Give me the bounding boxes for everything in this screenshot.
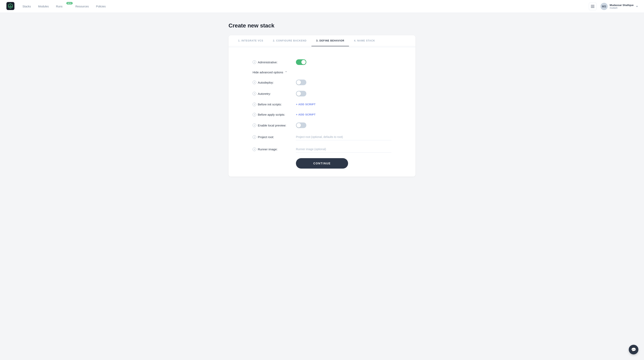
before-apply-info-icon[interactable]: i [252, 113, 256, 116]
user-menu-chevron: ▾ [636, 5, 638, 8]
hide-advanced-text: Hide advanced options [252, 70, 283, 74]
project-root-input[interactable] [296, 134, 392, 140]
before-apply-add-script-button[interactable]: + ADD SCRIPT [296, 112, 316, 117]
administrative-info-icon[interactable]: i [252, 60, 256, 64]
autoretry-toggle-thumb [296, 91, 301, 96]
nav-modules[interactable]: Modules [38, 4, 49, 9]
project-root-label-group: i Project root: [252, 135, 293, 139]
enable-local-preview-label: Enable local preview: [258, 124, 286, 127]
nav-resources[interactable]: Resources [76, 4, 89, 9]
administrative-label-group: i Administrative: [252, 60, 293, 64]
administrative-toggle-track [296, 59, 306, 65]
hide-advanced-chevron: ⌃ [285, 71, 287, 74]
runner-image-label: Runner image: [258, 148, 278, 151]
user-handle: mudash [610, 6, 634, 9]
project-root-input-wrapper [296, 134, 392, 140]
before-init-scripts-row: i Before init scripts: + ADD SCRIPT [252, 102, 392, 107]
runner-image-input-wrapper [296, 146, 392, 153]
before-init-label-group: i Before init scripts: [252, 103, 293, 106]
continue-button[interactable]: CONTINUE [296, 158, 348, 169]
autodeploy-label-group: i Autodeploy: [252, 81, 293, 84]
page-title: Create new stack [228, 22, 416, 29]
before-apply-label: Before apply scripts: [258, 113, 285, 116]
autoretry-label: Autoretry: [258, 92, 271, 95]
navbar: Stacks Modules Runs New Resources Polici… [0, 0, 644, 13]
runner-image-info-icon[interactable]: i [252, 148, 256, 151]
autoretry-toggle[interactable] [296, 91, 306, 96]
administrative-toggle[interactable] [296, 59, 306, 65]
autodeploy-label: Autodeploy: [258, 81, 274, 84]
administrative-row: i Administrative: [252, 59, 392, 65]
user-info: Mudassar Shafique mudash [610, 3, 634, 9]
hamburger-line-3 [591, 7, 594, 8]
create-stack-card: 1. Integrate VCS 2. Configure Backend 3.… [228, 35, 416, 177]
hamburger-line-1 [591, 5, 594, 5]
enable-local-preview-info-icon[interactable]: i [252, 123, 256, 127]
before-init-add-script-button[interactable]: + ADD SCRIPT [296, 102, 316, 107]
autoretry-toggle-track [296, 91, 306, 96]
autodeploy-info-icon[interactable]: i [252, 81, 256, 84]
enable-local-preview-toggle[interactable] [296, 122, 306, 128]
runner-image-input[interactable] [296, 146, 392, 153]
before-apply-scripts-row: i Before apply scripts: + ADD SCRIPT [252, 112, 392, 117]
enable-local-preview-label-group: i Enable local preview: [252, 123, 293, 127]
enable-local-preview-row: i Enable local preview: [252, 122, 392, 128]
step-define-behavior[interactable]: 3. Define Behavior [311, 35, 349, 46]
chat-bubble[interactable]: 💬 [629, 345, 638, 355]
administrative-toggle-thumb [301, 60, 306, 64]
runner-image-row: i Runner image: [252, 146, 392, 153]
hamburger-button[interactable] [589, 2, 596, 10]
hide-advanced-options[interactable]: Hide advanced options ⌃ [252, 70, 392, 74]
before-init-label: Before init scripts: [258, 103, 282, 106]
before-apply-label-group: i Before apply scripts: [252, 113, 293, 116]
logo[interactable] [6, 2, 14, 11]
autoretry-info-icon[interactable]: i [252, 92, 256, 95]
step-configure-backend[interactable]: 2. Configure Backend [268, 35, 311, 46]
chat-icon: 💬 [631, 347, 636, 352]
form-content: i Administrative: Hide advanced options … [228, 52, 416, 177]
step-name-stack[interactable]: 4. Name Stack [349, 35, 380, 46]
steps-bar: 1. Integrate VCS 2. Configure Backend 3.… [228, 35, 416, 46]
project-root-row: i Project root: [252, 134, 392, 140]
step-integrate-vcs[interactable]: 1. Integrate VCS [233, 35, 268, 46]
nav-policies[interactable]: Policies [96, 4, 106, 9]
autoretry-label-group: i Autoretry: [252, 92, 293, 95]
page-content: Create new stack 1. Integrate VCS 2. Con… [224, 13, 420, 186]
user-name: Mudassar Shafique [610, 3, 634, 6]
avatar: MS [600, 3, 608, 10]
runner-image-label-group: i Runner image: [252, 148, 293, 151]
runs-new-badge: New [66, 2, 73, 4]
autodeploy-row: i Autodeploy: [252, 80, 392, 85]
project-root-label: Project root: [258, 135, 274, 139]
nav-stacks[interactable]: Stacks [22, 4, 31, 9]
autodeploy-toggle-thumb [296, 80, 301, 85]
nav-runs[interactable]: Runs New [56, 4, 68, 9]
hamburger-line-2 [591, 6, 594, 6]
enable-local-preview-toggle-thumb [296, 123, 301, 127]
autoretry-row: i Autoretry: [252, 91, 392, 96]
user-menu[interactable]: MS Mudassar Shafique mudash ▾ [600, 3, 638, 10]
project-root-info-icon[interactable]: i [252, 135, 256, 139]
before-init-info-icon[interactable]: i [252, 103, 256, 106]
autodeploy-toggle-track [296, 80, 306, 85]
enable-local-preview-toggle-track [296, 122, 306, 128]
administrative-label: Administrative: [258, 60, 278, 64]
nav-right: MS Mudassar Shafique mudash ▾ [589, 2, 638, 10]
autodeploy-toggle[interactable] [296, 80, 306, 85]
nav-links: Stacks Modules Runs New Resources Polici… [22, 4, 581, 9]
